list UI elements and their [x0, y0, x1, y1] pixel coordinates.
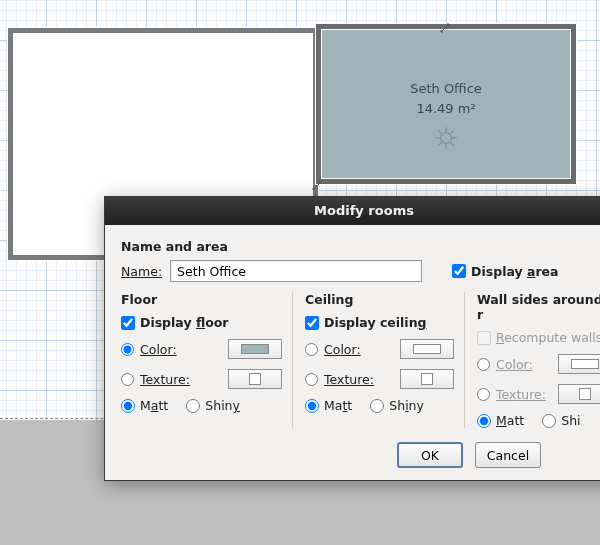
- wall-shiny-radio[interactable]: Shi: [542, 413, 580, 428]
- compass-icon: [433, 125, 459, 151]
- ceiling-shiny-label: Shiny: [389, 398, 424, 413]
- dimension-tick-icon: [440, 18, 450, 28]
- wall-texture-radio[interactable]: [477, 388, 490, 401]
- floor-column: Floor Display floor Color: Texture:: [121, 292, 293, 428]
- room-name-input[interactable]: [170, 260, 422, 282]
- wall-texture-label: Texture:: [496, 387, 546, 402]
- wall-shiny-label: Shi: [561, 413, 580, 428]
- room-name-label: Seth Office: [321, 81, 571, 96]
- dimension-tick-icon: [312, 176, 322, 186]
- display-area-checkbox[interactable]: Display area: [452, 264, 558, 279]
- display-floor-checkbox[interactable]: Display floor: [121, 315, 282, 330]
- display-floor-label: Display floor: [140, 315, 229, 330]
- recompute-walls-check: [477, 331, 491, 345]
- wall-matt-label: Matt: [496, 413, 524, 428]
- display-area-label: Display area: [471, 264, 558, 279]
- walls-column: Wall sides around r Recompute walls Colo…: [465, 292, 600, 428]
- modify-rooms-dialog: Modify rooms Name and area Name: Display…: [104, 196, 600, 481]
- wall-color-label: Color:: [496, 357, 533, 372]
- cancel-button[interactable]: Cancel: [475, 442, 541, 468]
- ceiling-header: Ceiling: [305, 292, 454, 307]
- recompute-walls-label: Recompute walls: [496, 330, 600, 345]
- floor-color-label: Color:: [140, 342, 177, 357]
- room-area-label: 14.49 m²: [321, 101, 571, 116]
- section-name-area: Name and area: [121, 239, 600, 254]
- ceiling-matt-radio[interactable]: Matt: [305, 398, 352, 413]
- walls-header: Wall sides around r: [477, 292, 600, 322]
- recompute-walls-checkbox: Recompute walls: [477, 330, 600, 345]
- display-ceiling-checkbox[interactable]: Display ceiling: [305, 315, 454, 330]
- ok-button[interactable]: OK: [397, 442, 463, 468]
- ceiling-color-radio[interactable]: [305, 343, 318, 356]
- name-label: Name:: [121, 264, 162, 279]
- ceiling-color-swatch[interactable]: [400, 339, 454, 359]
- floor-color-swatch[interactable]: [228, 339, 282, 359]
- display-ceiling-check[interactable]: [305, 316, 319, 330]
- dialog-title: Modify rooms: [314, 203, 414, 218]
- floor-matt-radio[interactable]: Matt: [121, 398, 168, 413]
- ceiling-matt-label: Matt: [324, 398, 352, 413]
- floor-color-radio[interactable]: [121, 343, 134, 356]
- svg-point-0: [441, 133, 452, 144]
- display-floor-check[interactable]: [121, 316, 135, 330]
- floor-texture-swatch[interactable]: [228, 369, 282, 389]
- room-seth-office[interactable]: Seth Office 14.49 m²: [316, 24, 576, 184]
- ceiling-texture-label: Texture:: [324, 372, 374, 387]
- display-ceiling-label: Display ceiling: [324, 315, 426, 330]
- display-area-check[interactable]: [452, 264, 466, 278]
- floor-shiny-label: Shiny: [205, 398, 240, 413]
- wall-color-radio[interactable]: [477, 358, 490, 371]
- floor-shiny-radio[interactable]: Shiny: [186, 398, 240, 413]
- floor-header: Floor: [121, 292, 282, 307]
- ceiling-texture-swatch[interactable]: [400, 369, 454, 389]
- floor-matt-label: Matt: [140, 398, 168, 413]
- ceiling-texture-radio[interactable]: [305, 373, 318, 386]
- wall-color-swatch[interactable]: [558, 354, 600, 374]
- ceiling-shiny-radio[interactable]: Shiny: [370, 398, 424, 413]
- dialog-titlebar[interactable]: Modify rooms: [105, 197, 600, 225]
- wall-matt-radio[interactable]: Matt: [477, 413, 524, 428]
- wall-texture-swatch[interactable]: [558, 384, 600, 404]
- floor-texture-label: Texture:: [140, 372, 190, 387]
- floor-texture-radio[interactable]: [121, 373, 134, 386]
- ceiling-column: Ceiling Display ceiling Color: Texture:: [293, 292, 465, 428]
- ceiling-color-label: Color:: [324, 342, 361, 357]
